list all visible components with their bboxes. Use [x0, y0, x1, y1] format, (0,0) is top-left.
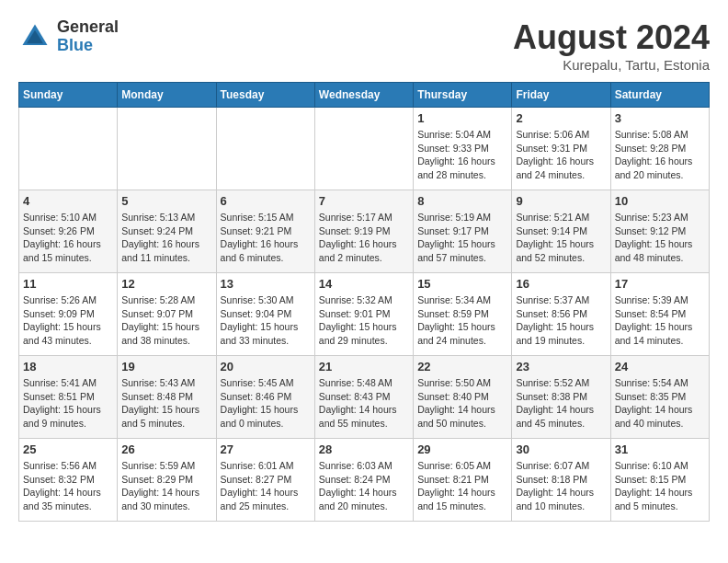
- logo-line2: Blue: [57, 37, 119, 55]
- calendar-cell: 31Sunrise: 6:10 AM Sunset: 8:15 PM Dayli…: [610, 439, 709, 522]
- calendar-cell: 28Sunrise: 6:03 AM Sunset: 8:24 PM Dayli…: [314, 439, 413, 522]
- cell-content: Sunrise: 6:03 AM Sunset: 8:24 PM Dayligh…: [319, 459, 409, 513]
- day-number: 22: [417, 360, 507, 373]
- calendar-cell: 18Sunrise: 5:41 AM Sunset: 8:51 PM Dayli…: [19, 356, 118, 439]
- cell-content: Sunrise: 6:10 AM Sunset: 8:15 PM Dayligh…: [615, 459, 705, 513]
- calendar-cell: 17Sunrise: 5:39 AM Sunset: 8:54 PM Dayli…: [610, 273, 709, 356]
- calendar-cell: [216, 108, 314, 190]
- day-number: 8: [417, 194, 507, 208]
- logo-icon: [18, 20, 51, 53]
- calendar-cell: 29Sunrise: 6:05 AM Sunset: 8:21 PM Dayli…: [414, 439, 512, 522]
- cell-content: Sunrise: 5:59 AM Sunset: 8:29 PM Dayligh…: [121, 459, 211, 513]
- logo-text: General Blue: [57, 18, 119, 55]
- calendar-cell: [314, 108, 413, 190]
- calendar-cell: 5Sunrise: 5:13 AM Sunset: 9:24 PM Daylig…: [118, 190, 216, 273]
- calendar-cell: 2Sunrise: 5:06 AM Sunset: 9:31 PM Daylig…: [512, 108, 610, 190]
- logo-line1: General: [57, 18, 119, 37]
- cell-content: Sunrise: 5:56 AM Sunset: 8:32 PM Dayligh…: [23, 459, 113, 513]
- day-number: 28: [319, 442, 409, 456]
- cell-content: Sunrise: 5:37 AM Sunset: 8:56 PM Dayligh…: [516, 293, 606, 348]
- calendar-cell: 12Sunrise: 5:28 AM Sunset: 9:07 PM Dayli…: [118, 273, 216, 356]
- location: Kurepalu, Tartu, Estonia: [513, 57, 710, 73]
- day-number: 30: [516, 442, 606, 456]
- calendar-cell: 21Sunrise: 5:48 AM Sunset: 8:43 PM Dayli…: [314, 356, 413, 439]
- day-number: 24: [615, 360, 705, 373]
- month-year: August 2024: [513, 18, 710, 57]
- cell-content: Sunrise: 5:45 AM Sunset: 8:46 PM Dayligh…: [221, 376, 311, 431]
- calendar-week-row: 18Sunrise: 5:41 AM Sunset: 8:51 PM Dayli…: [19, 356, 710, 439]
- day-number: 4: [23, 194, 113, 208]
- day-number: 14: [319, 277, 409, 291]
- cell-content: Sunrise: 5:28 AM Sunset: 9:07 PM Dayligh…: [121, 293, 211, 348]
- title-block: August 2024 Kurepalu, Tartu, Estonia: [513, 18, 710, 73]
- day-number: 18: [23, 360, 113, 373]
- calendar-cell: 19Sunrise: 5:43 AM Sunset: 8:48 PM Dayli…: [118, 356, 216, 439]
- cell-content: Sunrise: 5:52 AM Sunset: 8:38 PM Dayligh…: [516, 376, 606, 431]
- cell-content: Sunrise: 5:30 AM Sunset: 9:04 PM Dayligh…: [221, 293, 311, 348]
- cell-content: Sunrise: 5:54 AM Sunset: 8:35 PM Dayligh…: [615, 376, 705, 431]
- calendar-cell: 9Sunrise: 5:21 AM Sunset: 9:14 PM Daylig…: [512, 190, 610, 273]
- cell-content: Sunrise: 5:15 AM Sunset: 9:21 PM Dayligh…: [221, 211, 311, 265]
- day-number: 9: [516, 194, 606, 208]
- weekday-header: Tuesday: [216, 83, 314, 108]
- cell-content: Sunrise: 5:19 AM Sunset: 9:17 PM Dayligh…: [417, 211, 507, 265]
- day-number: 17: [615, 277, 705, 291]
- calendar-cell: 27Sunrise: 6:01 AM Sunset: 8:27 PM Dayli…: [216, 439, 314, 522]
- day-number: 11: [23, 277, 113, 291]
- cell-content: Sunrise: 6:05 AM Sunset: 8:21 PM Dayligh…: [417, 459, 507, 513]
- day-number: 26: [121, 442, 211, 456]
- calendar-week-row: 1Sunrise: 5:04 AM Sunset: 9:33 PM Daylig…: [19, 108, 710, 190]
- cell-content: Sunrise: 5:21 AM Sunset: 9:14 PM Dayligh…: [516, 211, 606, 265]
- cell-content: Sunrise: 5:13 AM Sunset: 9:24 PM Dayligh…: [121, 211, 211, 265]
- calendar-cell: 30Sunrise: 6:07 AM Sunset: 8:18 PM Dayli…: [512, 439, 610, 522]
- day-number: 21: [319, 360, 409, 373]
- weekday-header: Wednesday: [314, 83, 413, 108]
- calendar-cell: 8Sunrise: 5:19 AM Sunset: 9:17 PM Daylig…: [414, 190, 512, 273]
- cell-content: Sunrise: 5:41 AM Sunset: 8:51 PM Dayligh…: [23, 376, 113, 431]
- day-number: 19: [121, 360, 211, 373]
- cell-content: Sunrise: 6:01 AM Sunset: 8:27 PM Dayligh…: [221, 459, 311, 513]
- cell-content: Sunrise: 5:34 AM Sunset: 8:59 PM Dayligh…: [417, 293, 507, 348]
- cell-content: Sunrise: 5:43 AM Sunset: 8:48 PM Dayligh…: [121, 376, 211, 431]
- calendar-cell: 11Sunrise: 5:26 AM Sunset: 9:09 PM Dayli…: [19, 273, 118, 356]
- calendar-cell: 22Sunrise: 5:50 AM Sunset: 8:40 PM Dayli…: [414, 356, 512, 439]
- calendar-cell: 10Sunrise: 5:23 AM Sunset: 9:12 PM Dayli…: [610, 190, 709, 273]
- day-number: 2: [516, 111, 606, 125]
- calendar-cell: 1Sunrise: 5:04 AM Sunset: 9:33 PM Daylig…: [414, 108, 512, 190]
- cell-content: Sunrise: 5:04 AM Sunset: 9:33 PM Dayligh…: [417, 128, 507, 182]
- cell-content: Sunrise: 5:17 AM Sunset: 9:19 PM Dayligh…: [319, 211, 409, 265]
- calendar-cell: [118, 108, 216, 190]
- day-number: 7: [319, 194, 409, 208]
- day-number: 15: [417, 277, 507, 291]
- day-number: 27: [221, 442, 311, 456]
- weekday-header: Thursday: [414, 83, 512, 108]
- cell-content: Sunrise: 5:08 AM Sunset: 9:28 PM Dayligh…: [615, 128, 705, 182]
- calendar-cell: 16Sunrise: 5:37 AM Sunset: 8:56 PM Dayli…: [512, 273, 610, 356]
- day-number: 23: [516, 360, 606, 373]
- weekday-header: Sunday: [19, 83, 118, 108]
- weekday-header: Monday: [118, 83, 216, 108]
- day-number: 13: [221, 277, 311, 291]
- calendar-cell: 6Sunrise: 5:15 AM Sunset: 9:21 PM Daylig…: [216, 190, 314, 273]
- day-number: 31: [615, 442, 705, 456]
- calendar-cell: [19, 108, 118, 190]
- cell-content: Sunrise: 5:39 AM Sunset: 8:54 PM Dayligh…: [615, 293, 705, 348]
- calendar-cell: 20Sunrise: 5:45 AM Sunset: 8:46 PM Dayli…: [216, 356, 314, 439]
- cell-content: Sunrise: 5:50 AM Sunset: 8:40 PM Dayligh…: [417, 376, 507, 431]
- day-number: 3: [615, 111, 705, 125]
- cell-content: Sunrise: 5:10 AM Sunset: 9:26 PM Dayligh…: [23, 211, 113, 265]
- calendar-cell: 13Sunrise: 5:30 AM Sunset: 9:04 PM Dayli…: [216, 273, 314, 356]
- day-number: 12: [121, 277, 211, 291]
- calendar-cell: 15Sunrise: 5:34 AM Sunset: 8:59 PM Dayli…: [414, 273, 512, 356]
- weekday-header-row: SundayMondayTuesdayWednesdayThursdayFrid…: [19, 83, 710, 108]
- cell-content: Sunrise: 5:32 AM Sunset: 9:01 PM Dayligh…: [319, 293, 409, 348]
- day-number: 10: [615, 194, 705, 208]
- calendar-week-row: 11Sunrise: 5:26 AM Sunset: 9:09 PM Dayli…: [19, 273, 710, 356]
- calendar-week-row: 25Sunrise: 5:56 AM Sunset: 8:32 PM Dayli…: [19, 439, 710, 522]
- day-number: 29: [417, 442, 507, 456]
- calendar-cell: 3Sunrise: 5:08 AM Sunset: 9:28 PM Daylig…: [610, 108, 709, 190]
- calendar-cell: 7Sunrise: 5:17 AM Sunset: 9:19 PM Daylig…: [314, 190, 413, 273]
- cell-content: Sunrise: 5:48 AM Sunset: 8:43 PM Dayligh…: [319, 376, 409, 431]
- weekday-header: Friday: [512, 83, 610, 108]
- cell-content: Sunrise: 5:23 AM Sunset: 9:12 PM Dayligh…: [615, 211, 705, 265]
